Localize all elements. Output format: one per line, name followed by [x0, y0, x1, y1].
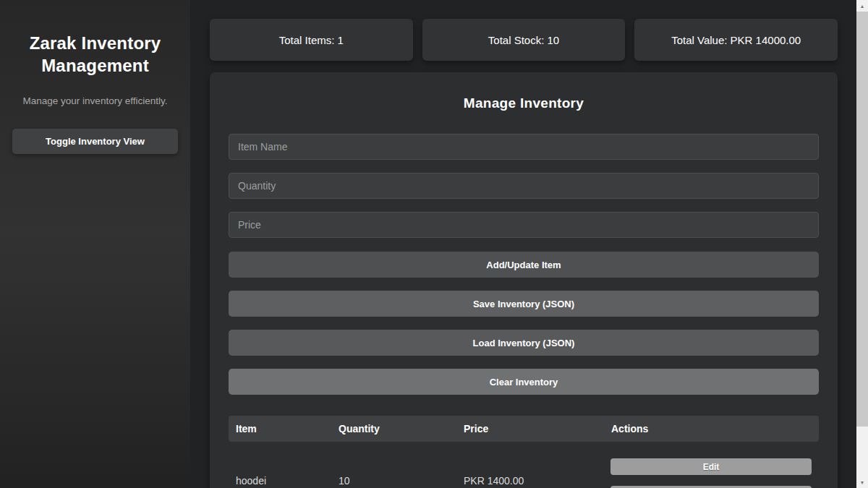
- add-update-item-button[interactable]: Add/Update Item: [229, 252, 819, 278]
- header-cell-quantity: Quantity: [331, 423, 456, 435]
- stat-card-total-items: Total Items: 1: [210, 19, 413, 61]
- header-cell-item: Item: [229, 423, 331, 435]
- scroll-down-icon[interactable]: ▼: [856, 476, 868, 488]
- stat-card-total-value: Total Value: PKR 14000.00: [634, 19, 838, 61]
- app-subtitle: Manage your inventory efficiently.: [12, 95, 178, 106]
- cell-item: hoodei: [229, 475, 331, 487]
- table-header: Item Quantity Price Actions: [229, 416, 819, 442]
- clear-inventory-button[interactable]: Clear Inventory: [229, 369, 819, 395]
- price-input[interactable]: [229, 212, 819, 238]
- inventory-panel: Manage Inventory Add/Update Item Save In…: [210, 72, 838, 488]
- table-row: hoodei 10 PKR 1400.00 Edit Remove: [229, 442, 819, 488]
- scroll-up-icon[interactable]: ▲: [856, 0, 868, 12]
- scrollbar-thumb[interactable]: [856, 12, 868, 427]
- inventory-table: Item Quantity Price Actions hoodei 10 PK…: [229, 416, 819, 488]
- toggle-inventory-view-button[interactable]: Toggle Inventory View: [12, 129, 178, 154]
- scrollbar[interactable]: ▲ ▼: [856, 0, 868, 488]
- panel-title: Manage Inventory: [229, 95, 819, 111]
- stat-card-total-stock: Total Stock: 10: [422, 19, 626, 61]
- cell-quantity: 10: [331, 475, 456, 487]
- stats-bar: Total Items: 1 Total Stock: 10 Total Val…: [210, 19, 838, 61]
- load-inventory-json-button[interactable]: Load Inventory (JSON): [229, 330, 819, 356]
- header-cell-actions: Actions: [604, 423, 819, 435]
- cell-price: PKR 1400.00: [456, 475, 604, 487]
- save-inventory-json-button[interactable]: Save Inventory (JSON): [229, 291, 819, 317]
- item-name-input[interactable]: [229, 134, 819, 160]
- sidebar: Zarak Inventory Management Manage your i…: [0, 0, 190, 488]
- app-title: Zarak Inventory Management: [12, 32, 178, 77]
- quantity-input[interactable]: [229, 173, 819, 199]
- cell-actions: Edit Remove: [604, 458, 819, 488]
- header-cell-price: Price: [456, 423, 604, 435]
- edit-button[interactable]: Edit: [610, 458, 812, 475]
